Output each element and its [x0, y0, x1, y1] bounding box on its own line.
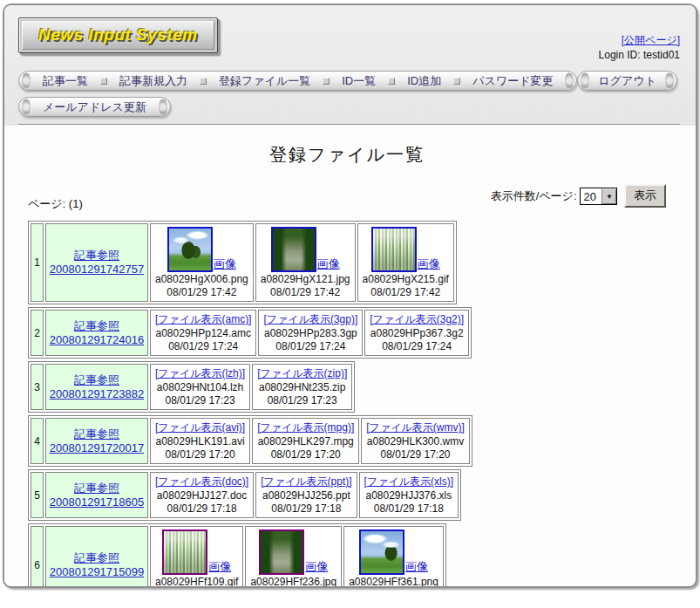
file-timestamp: 08/01/29 17:42 — [270, 286, 340, 299]
file-cell: 画像a08029HFf109.gif08/01/29 17:15 — [150, 526, 243, 588]
pill-cap-right-icon — [665, 72, 674, 89]
per-page-select[interactable]: 20 ▼ — [580, 188, 617, 205]
file-cell: [ファイル表示(amc)]a08029HPp124.amc08/01/29 17… — [150, 310, 256, 356]
file-cell: [ファイル表示(ppt)]a08029HJJ256.ppt08/01/29 17… — [255, 472, 357, 518]
row-number: 1 — [31, 223, 44, 302]
nav-separator-icon — [388, 78, 395, 85]
photo-thumbnail[interactable] — [259, 529, 304, 575]
photo-thumbnail[interactable] — [162, 529, 207, 575]
article-reference-link[interactable]: 記事参照200801291715099 — [50, 551, 144, 579]
file-view-link[interactable]: [ファイル表示(3gp)] — [263, 313, 357, 326]
nav-item-password-change[interactable]: パスワード変更 — [460, 73, 565, 89]
photo-thumbnail[interactable] — [271, 227, 316, 272]
article-reference-link[interactable]: 記事参照200801291720017 — [50, 427, 144, 455]
file-name: a08029HLK297.mpg — [258, 435, 354, 448]
per-page-selected-value: 20 — [581, 188, 601, 204]
nav-item-article-new[interactable]: 記事新規入力 — [107, 73, 200, 89]
file-name: a08029HPp124.amc — [156, 327, 251, 340]
file-name: a08029HFf109.gif — [155, 576, 238, 588]
row-number: 3 — [31, 364, 44, 410]
article-cell: 記事参照200801291718605 — [45, 472, 148, 518]
file-cell: [ファイル表示(wmv)]a08029HLK300.wmv08/01/29 17… — [361, 418, 469, 464]
file-view-link[interactable]: [ファイル表示(mpg)] — [257, 421, 354, 434]
article-id: 200801291742757 — [50, 263, 144, 276]
image-view-link[interactable]: 画像 — [405, 559, 428, 575]
logout-button[interactable]: ログアウト — [577, 71, 677, 91]
page-indicator: ページ: (1) — [28, 196, 83, 212]
file-name: a08029HPp367.3g2 — [370, 327, 464, 340]
nav-item-id-add[interactable]: ID追加 — [395, 73, 453, 89]
image-view-link[interactable]: 画像 — [208, 559, 231, 575]
file-view-link[interactable]: [ファイル表示(3g2)] — [370, 313, 464, 326]
file-timestamp: 08/01/29 17:20 — [166, 448, 235, 461]
file-cell: [ファイル表示(lzh)]a08029HNt104.lzh08/01/29 17… — [150, 364, 250, 410]
file-view-link[interactable]: [ファイル表示(avi)] — [155, 421, 245, 434]
per-page-controls: 表示件数/ページ: 20 ▼ 表示 — [491, 184, 666, 208]
file-view-link[interactable]: [ファイル表示(zip)] — [257, 367, 347, 380]
thumbnail-line: 画像 — [359, 529, 428, 575]
image-view-link[interactable]: 画像 — [418, 256, 440, 272]
photo-thumbnail[interactable] — [371, 227, 417, 272]
image-view-link[interactable]: 画像 — [214, 256, 236, 272]
image-view-link[interactable]: 画像 — [317, 256, 340, 272]
nav-bar: 記事一覧 記事新規入力 登録ファイル一覧 ID一覧 ID追加 パスワード変更 ロ… — [18, 71, 680, 91]
photo-thumbnail[interactable] — [167, 227, 213, 272]
table-row: 3記事参照200801291723882[ファイル表示(lzh)]a08029H… — [28, 361, 355, 413]
article-cell: 記事参照200801291720017 — [45, 418, 148, 464]
file-view-link[interactable]: [ファイル表示(xls)] — [364, 475, 453, 488]
file-name: a08029HLK191.avi — [156, 435, 245, 448]
image-view-link[interactable]: 画像 — [305, 559, 328, 575]
table-row: 4記事参照200801291720017[ファイル表示(avi)]a08029H… — [28, 415, 472, 467]
article-link-label: 記事参照 — [74, 482, 119, 495]
logout-button-label[interactable]: ログアウト — [589, 73, 665, 89]
article-link-label: 記事参照 — [74, 373, 119, 386]
file-name: a08029HNt104.lzh — [157, 381, 243, 394]
file-view-link[interactable]: [ファイル表示(amc)] — [155, 313, 251, 326]
file-timestamp: 08/01/29 17:42 — [370, 286, 440, 299]
table-row: 5記事参照200801291718605[ファイル表示(doc)]a08029H… — [28, 469, 461, 521]
file-timestamp: 08/01/29 17:42 — [167, 286, 236, 299]
row-number: 4 — [31, 418, 44, 464]
article-cell: 記事参照200801291715099 — [45, 526, 148, 588]
article-cell: 記事参照200801291723882 — [45, 364, 148, 410]
file-timestamp: 08/01/29 17:18 — [167, 502, 237, 516]
table-row: 2記事参照200801291724016[ファイル表示(amc)]a08029H… — [28, 307, 472, 359]
file-view-link[interactable]: [ファイル表示(lzh)] — [155, 367, 245, 380]
file-cell: [ファイル表示(doc)]a08029HJJ127.doc08/01/29 17… — [150, 472, 254, 518]
file-cell: 画像a08029HgX121.jpg08/01/29 17:42 — [255, 223, 356, 302]
article-reference-link[interactable]: 記事参照200801291742757 — [50, 249, 144, 277]
file-view-link[interactable]: [ファイル表示(doc)] — [155, 475, 248, 488]
article-id: 200801291724016 — [50, 333, 144, 346]
nav-separator-icon — [100, 78, 107, 85]
file-cell: [ファイル表示(zip)]a08029HNt235.zip08/01/29 17… — [252, 364, 352, 410]
file-name: a08029HNt235.zip — [259, 381, 345, 394]
nav-item-article-list[interactable]: 記事一覧 — [31, 73, 100, 89]
file-name: a08029HFf236.jpg — [250, 576, 336, 588]
chevron-down-icon[interactable]: ▼ — [601, 188, 616, 204]
article-link-label: 記事参照 — [74, 427, 119, 441]
file-name: a08029HJJ127.doc — [157, 489, 247, 502]
file-cell: 画像a08029HgX215.gif08/01/29 17:42 — [357, 223, 454, 302]
login-id-label: Login ID: testid01 — [599, 48, 680, 63]
nav-pill-mail: メールアドレス更新 — [18, 97, 171, 117]
public-page-link[interactable]: [公開ページ] — [622, 34, 680, 46]
nav-item-mail-update[interactable]: メールアドレス更新 — [31, 99, 159, 115]
file-name: a08029HJJ376.xls — [365, 489, 452, 502]
article-reference-link[interactable]: 記事参照200801291724016 — [50, 319, 144, 347]
photo-thumbnail[interactable] — [359, 529, 404, 575]
article-id: 200801291718605 — [50, 495, 144, 509]
file-view-link[interactable]: [ファイル表示(ppt)] — [261, 475, 351, 488]
nav-item-id-list[interactable]: ID一覧 — [330, 73, 388, 89]
row-number: 6 — [31, 526, 44, 588]
article-reference-link[interactable]: 記事参照200801291723882 — [50, 373, 144, 401]
article-id: 200801291720017 — [50, 441, 144, 454]
article-reference-link[interactable]: 記事参照200801291718605 — [50, 482, 144, 509]
show-button[interactable]: 表示 — [624, 184, 666, 208]
nav-separator-icon — [453, 78, 460, 85]
file-name: a08029HgX121.jpg — [261, 273, 350, 286]
file-view-link[interactable]: [ファイル表示(wmv)] — [366, 421, 464, 434]
file-timestamp: 08/01/29 17:24 — [382, 340, 452, 353]
file-timestamp: 08/01/29 17:24 — [168, 340, 238, 353]
file-name: a08029HJJ256.ppt — [262, 489, 350, 502]
nav-item-file-list[interactable]: 登録ファイル一覧 — [207, 73, 323, 89]
